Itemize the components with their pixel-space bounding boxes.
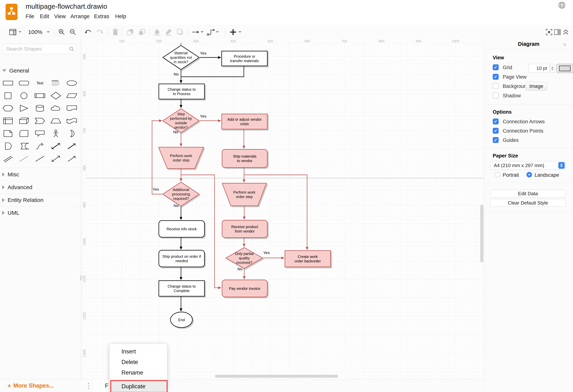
guides-checkbox[interactable]: ✓	[493, 137, 499, 143]
shape-card[interactable]	[17, 128, 31, 139]
grid-size-input[interactable]: 10 pt	[529, 64, 550, 72]
context-menu-item-insert[interactable]: Insert	[109, 346, 167, 357]
fill-color-button[interactable]	[152, 27, 162, 37]
shape-data-storage[interactable]	[17, 141, 31, 151]
zoom-level-button[interactable]: 100%	[28, 29, 42, 35]
background-checkbox[interactable]	[493, 83, 499, 89]
close-icon[interactable]: ×	[563, 41, 567, 48]
sidebar-splitter[interactable]	[80, 39, 82, 379]
shape-cloud[interactable]	[49, 103, 63, 114]
horizontal-scrollbar[interactable]	[215, 375, 338, 378]
shadow-checkbox[interactable]	[493, 92, 499, 98]
vertical-scrollbar[interactable]	[480, 205, 483, 262]
shape-or[interactable]	[65, 128, 79, 139]
clear-default-style-button[interactable]: Clear Default Style	[490, 199, 566, 207]
page-view-toggle-button[interactable]	[8, 27, 18, 37]
insert-button[interactable]	[229, 27, 238, 37]
shape-step[interactable]	[33, 116, 47, 126]
shape-link[interactable]	[1, 153, 15, 164]
connection-points-checkbox[interactable]: ✓	[493, 128, 499, 134]
connection-caret-icon[interactable]	[201, 31, 204, 33]
undo-button[interactable]	[83, 27, 93, 37]
shape-dotted-line[interactable]	[17, 153, 31, 164]
shape-search-box[interactable]	[3, 44, 77, 54]
shape-ellipse[interactable]	[65, 78, 79, 89]
shape-cylinder[interactable]	[33, 103, 47, 114]
sidebar-section-entity-relation[interactable]: Entity Relation	[0, 193, 80, 206]
redo-button[interactable]	[95, 27, 104, 37]
shape-callout[interactable]	[33, 128, 47, 139]
grid-color-button[interactable]	[556, 64, 573, 73]
connection-style-button[interactable]	[191, 27, 200, 37]
grid-checkbox[interactable]: ✓	[493, 64, 499, 70]
context-menu-item-duplicate[interactable]: Duplicate	[110, 380, 168, 392]
landscape-radio[interactable]	[526, 172, 532, 178]
delete-button[interactable]	[111, 27, 120, 37]
more-shapes-button[interactable]: + More Shapes...	[0, 379, 80, 392]
to-back-button[interactable]	[137, 27, 146, 37]
page-view-caret-icon[interactable]	[18, 31, 21, 33]
connection-arrows-checkbox[interactable]: ✓	[493, 119, 499, 125]
to-front-button[interactable]	[126, 27, 135, 37]
fit-page-button[interactable]	[544, 27, 554, 37]
image-button[interactable]: Image	[525, 82, 547, 90]
shape-trapezoid[interactable]	[49, 116, 63, 126]
menu-edit[interactable]: Edit	[40, 13, 49, 19]
context-menu-item-rename[interactable]: Rename	[109, 367, 167, 378]
diagram-canvas[interactable]: Material quantities not in stock?Procedu…	[87, 44, 484, 379]
language-globe-icon[interactable]	[558, 1, 566, 9]
shape-rounded-rectangle[interactable]	[17, 78, 31, 89]
line-color-button[interactable]	[164, 27, 173, 37]
shape-cube[interactable]	[17, 116, 31, 126]
shape-note[interactable]	[1, 128, 15, 139]
step-up-icon[interactable]	[551, 67, 554, 68]
menu-view[interactable]: View	[54, 13, 66, 19]
shape-circle[interactable]	[17, 90, 31, 101]
shape-directional-connector[interactable]	[65, 153, 79, 164]
shape-arrow[interactable]	[65, 141, 79, 151]
search-input[interactable]	[6, 45, 68, 53]
step-down-icon[interactable]	[551, 69, 554, 70]
shape-diamond[interactable]	[49, 90, 63, 101]
sidebar-section-uml[interactable]: UML	[0, 206, 80, 219]
edit-data-button[interactable]: Edit Data	[490, 190, 566, 197]
menu-help[interactable]: Help	[115, 13, 126, 19]
menu-file[interactable]: File	[26, 13, 34, 19]
shape-tape[interactable]	[65, 116, 79, 126]
format-panel-toggle-button[interactable]	[553, 27, 562, 37]
insert-caret-icon[interactable]	[238, 31, 241, 33]
shape-parallelogram[interactable]	[65, 90, 79, 101]
shape-square[interactable]	[1, 90, 15, 101]
shape-internal-storage[interactable]	[1, 116, 15, 126]
sidebar-section-general[interactable]: General	[0, 64, 80, 77]
shape-and[interactable]	[1, 141, 15, 151]
context-menu-item-delete[interactable]: Delete	[109, 357, 167, 367]
zoom-caret-icon[interactable]	[47, 31, 50, 33]
zoom-out-button[interactable]	[68, 27, 77, 37]
zoom-in-button[interactable]	[57, 27, 66, 37]
shape-curve[interactable]	[33, 141, 47, 151]
collapse-toolbar-button[interactable]	[561, 27, 570, 37]
shape-document[interactable]	[65, 103, 79, 114]
shape-line[interactable]	[33, 153, 47, 164]
menu-extras[interactable]: Extras	[94, 13, 109, 19]
shape-process[interactable]	[33, 90, 47, 101]
shape-actor[interactable]	[49, 128, 63, 139]
sidebar-section-misc[interactable]: Misc	[0, 168, 80, 181]
grid-size-stepper[interactable]	[550, 64, 555, 73]
paper-size-select[interactable]: A4 (210 mm x 297 mm)	[490, 161, 566, 170]
menu-arrange[interactable]: Arrange	[71, 13, 90, 19]
waypoint-style-button[interactable]	[206, 27, 215, 37]
shape-textbox[interactable]: Heading	[49, 78, 63, 89]
shadow-button[interactable]	[175, 27, 185, 37]
shape-hexagon[interactable]	[1, 103, 15, 114]
waypoint-caret-icon[interactable]	[216, 31, 219, 33]
shape-rectangle[interactable]	[1, 78, 15, 89]
shape-bidirectional-arrow[interactable]	[49, 141, 63, 151]
portrait-radio[interactable]	[495, 172, 500, 178]
sidebar-section-advanced[interactable]: Advanced	[0, 181, 80, 194]
pages-menu-button[interactable]: ⋮	[85, 381, 92, 391]
shape-bidirectional-connector[interactable]	[49, 153, 63, 164]
page-view-checkbox[interactable]: ✓	[493, 74, 499, 80]
shape-triangle[interactable]	[17, 103, 31, 114]
